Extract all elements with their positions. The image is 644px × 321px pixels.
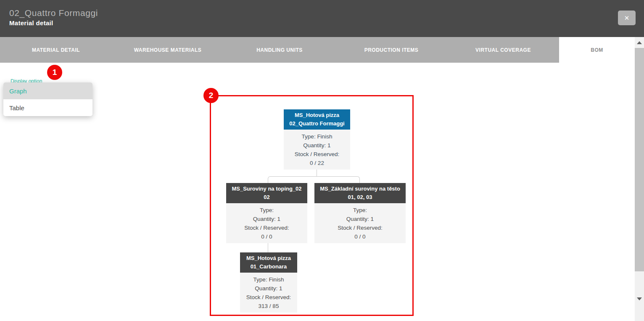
- scrollbar-thumb[interactable]: [635, 48, 644, 271]
- tab-warehouse-materials[interactable]: WAREHOUSE MATERIALS: [112, 37, 224, 63]
- vertical-scrollbar[interactable]: [635, 37, 644, 321]
- annotation-badge-2: 2: [203, 88, 219, 103]
- dropdown-option-table[interactable]: Table: [3, 99, 92, 116]
- tab-production-items[interactable]: PRODUCTION ITEMS: [335, 37, 447, 63]
- tab-handling-units[interactable]: HANDLING UNITS: [224, 37, 335, 63]
- close-icon: ✕: [624, 14, 630, 22]
- close-button[interactable]: ✕: [618, 11, 636, 25]
- scroll-down-button[interactable]: [635, 293, 644, 304]
- window-header: 02_Quattro Formaggi Material detail ✕: [0, 0, 644, 37]
- tab-bom[interactable]: BOM: [559, 37, 635, 63]
- display-option-dropdown: Graph Table: [3, 82, 92, 116]
- scroll-down-icon: [637, 297, 642, 300]
- tab-virtual-coverage[interactable]: VIRTUAL COVERAGE: [447, 37, 559, 63]
- scroll-up-icon: [637, 41, 642, 44]
- material-detail-window: 02_Quattro Formaggi Material detail ✕ MA…: [0, 0, 644, 321]
- tab-bar: MATERIAL DETAIL WAREHOUSE MATERIALS HAND…: [0, 37, 635, 63]
- window-subtitle: Material detail: [9, 19, 53, 27]
- annotation-rectangle: [210, 95, 414, 316]
- window-title: 02_Quattro Formaggi: [9, 8, 98, 18]
- tab-material-detail[interactable]: MATERIAL DETAIL: [0, 37, 112, 63]
- scroll-up-button[interactable]: [635, 37, 644, 48]
- dropdown-option-graph[interactable]: Graph: [3, 82, 92, 99]
- annotation-badge-1: 1: [47, 65, 62, 80]
